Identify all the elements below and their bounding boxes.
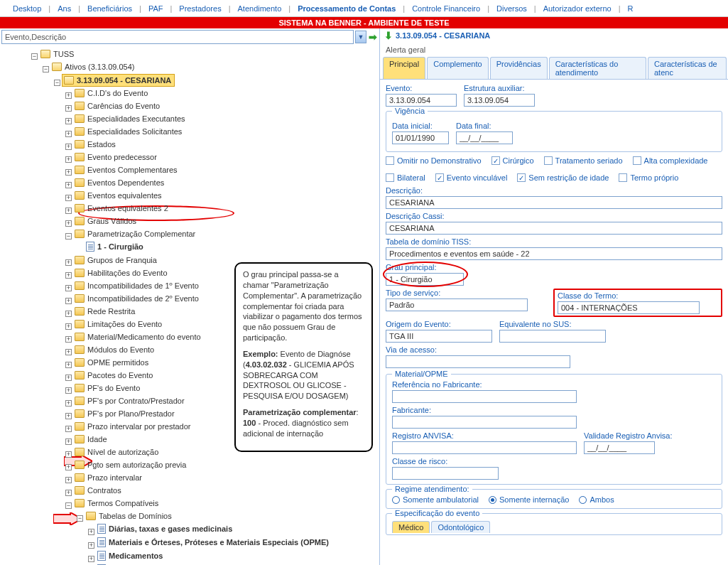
tree-item[interactable]: Carências do Evento: [86, 100, 161, 112]
expander-icon[interactable]: −: [54, 80, 60, 86]
menu-prestadores[interactable]: Prestadores: [173, 1, 227, 16]
tree-item[interactable]: Estados: [86, 139, 117, 150]
subtab-odonto[interactable]: Odontológico: [431, 521, 490, 533]
tree-item[interactable]: Eventos equivalentes 2: [86, 203, 170, 214]
expander-icon[interactable]: −: [65, 233, 72, 240]
menu-controle-financeiro[interactable]: Controle Financeiro: [406, 1, 486, 16]
tree-item[interactable]: Tabelas de Domínios: [97, 510, 173, 522]
tree-item[interactable]: Especialidades Solicitantes: [86, 126, 183, 137]
checkbox-sem-restri-o-de-idade[interactable]: ✓Sem restrição de idade: [517, 173, 609, 182]
radio-regime-0[interactable]: Somente ambulatorial: [392, 495, 479, 504]
tree-item[interactable]: Prazo intervalar por prestador: [86, 421, 192, 432]
classe-input[interactable]: [558, 301, 700, 314]
tree-item[interactable]: Materiais e Órteses, Próteses e Materiai…: [107, 537, 330, 548]
expander-icon[interactable]: +: [65, 426, 72, 432]
checkbox-cir-rgico[interactable]: ✓Cirúrgico: [491, 156, 534, 165]
tree-view[interactable]: O grau principal passa-se a chamar "Para…: [0, 45, 379, 565]
menu-diversos[interactable]: Diversos: [491, 1, 533, 16]
radio-regime-2[interactable]: Ambos: [579, 495, 614, 504]
nav-right-icon[interactable]: ➡: [368, 30, 378, 44]
expander-icon[interactable]: +: [65, 336, 72, 343]
expander-icon[interactable]: +: [65, 362, 72, 368]
tab-principal[interactable]: Principal: [383, 57, 425, 79]
checkbox-termo-pr-prio[interactable]: Termo próprio: [619, 173, 678, 182]
menu-r[interactable]: R: [622, 1, 639, 16]
tree-ativos[interactable]: Ativos (3.13.09.054): [63, 61, 136, 72]
tab-caracteristicas[interactable]: Características do atendimento: [549, 57, 646, 79]
expander-icon[interactable]: −: [65, 502, 72, 509]
evento-input[interactable]: [386, 94, 457, 107]
fab-input[interactable]: [392, 416, 577, 429]
expander-icon[interactable]: −: [43, 66, 49, 72]
tree-item[interactable]: C.I.D's do Evento: [86, 87, 149, 99]
tree-item[interactable]: Rede Restrita: [86, 306, 136, 317]
data-final-input[interactable]: [456, 131, 513, 144]
expander-icon[interactable]: +: [65, 311, 72, 317]
tabela-tiss-value[interactable]: Procedimentos e eventos em saúde - 22: [386, 247, 722, 260]
tree-item[interactable]: Diárias, taxas e gases medicinais: [107, 523, 234, 534]
expander-icon[interactable]: +: [65, 118, 72, 124]
checkbox-alta-complexidade[interactable]: Alta complexidade: [633, 156, 708, 165]
tree-item[interactable]: OPME permitidos: [86, 357, 150, 368]
tree-item[interactable]: 1 - Cirurgião: [96, 241, 145, 252]
tree-item[interactable]: Idade: [86, 434, 109, 445]
tree-item[interactable]: Nível de autorização: [86, 446, 160, 458]
checkbox-bilateral[interactable]: Bilateral: [386, 173, 425, 182]
tree-item[interactable]: Especialidades Executantes: [86, 113, 187, 124]
tree-item[interactable]: Medicamentos: [107, 550, 164, 561]
menu-beneficiarios[interactable]: Beneficiários: [82, 1, 138, 16]
expander-icon[interactable]: +: [65, 285, 72, 291]
tree-tuss[interactable]: TUSS: [52, 48, 75, 60]
tree-item[interactable]: Termos Compatíveis: [86, 497, 160, 509]
expander-icon[interactable]: +: [65, 477, 72, 483]
descricao-input[interactable]: [386, 196, 722, 209]
expander-icon[interactable]: +: [65, 413, 72, 419]
expander-icon[interactable]: +: [65, 169, 72, 176]
estrutura-input[interactable]: [464, 94, 535, 107]
tree-item[interactable]: Habilitações do Evento: [86, 267, 169, 279]
expander-icon[interactable]: +: [65, 490, 72, 496]
tree-item[interactable]: Prazo intervalar: [86, 472, 143, 483]
origem-input[interactable]: [386, 330, 492, 343]
menu-paf[interactable]: PAF: [143, 1, 169, 16]
data-inicial-input[interactable]: [392, 131, 449, 144]
tree-item[interactable]: Grupos de Franquia: [86, 254, 158, 266]
expander-icon[interactable]: −: [77, 515, 83, 522]
expander-icon[interactable]: +: [88, 556, 94, 562]
expander-icon[interactable]: +: [65, 144, 72, 150]
tree-item[interactable]: Pgto sem autorização previa: [86, 459, 188, 470]
ref-fab-input[interactable]: [392, 390, 577, 403]
expander-icon[interactable]: +: [65, 349, 72, 355]
expander-icon[interactable]: +: [65, 220, 72, 227]
tab-providencias[interactable]: Providências: [490, 57, 548, 79]
expander-icon[interactable]: +: [88, 529, 94, 535]
tree-item[interactable]: Contratos: [86, 485, 123, 496]
tree-item[interactable]: Pacotes do Evento: [86, 370, 154, 381]
tab-complemento[interactable]: Complemento: [427, 57, 488, 79]
tree-item[interactable]: Evento predecessor: [86, 151, 158, 163]
checkbox-omitir-no-demonstrativo[interactable]: Omitir no Demonstrativo: [386, 156, 482, 165]
grau-input[interactable]: [386, 273, 464, 286]
expander-icon[interactable]: +: [65, 438, 72, 445]
tree-item[interactable]: Incompatibilidades de 1º Evento: [86, 280, 200, 291]
tree-item[interactable]: Material/Medicamento do evento: [86, 331, 202, 343]
descricao-cassi-input[interactable]: [386, 222, 722, 235]
val-anvisa-input[interactable]: [584, 441, 655, 454]
tipo-input[interactable]: [386, 298, 528, 311]
equiv-input[interactable]: [499, 330, 606, 343]
expander-icon[interactable]: +: [65, 105, 72, 112]
expander-icon[interactable]: +: [65, 464, 72, 470]
expander-icon[interactable]: +: [65, 298, 72, 304]
tree-selected[interactable]: 3.13.09.054 - CESARIANA: [75, 75, 173, 86]
checkbox-tratamento-seriado[interactable]: Tratamento seriado: [544, 156, 623, 165]
menu-ans[interactable]: Ans: [52, 1, 77, 16]
tree-item[interactable]: Parametrização Complementar: [86, 228, 197, 240]
tree-item[interactable]: Incompatibilidades de 2º Evento: [86, 293, 200, 304]
expander-icon[interactable]: +: [88, 542, 94, 549]
expander-icon[interactable]: +: [65, 208, 72, 214]
combo-dropdown-button[interactable]: ▼: [355, 31, 366, 43]
tree-item[interactable]: Graus Válidos: [86, 215, 138, 227]
menu-processamento[interactable]: Processamento de Contas: [292, 1, 401, 16]
menu-autorizador[interactable]: Autorizador externo: [538, 1, 617, 16]
subtab-medico[interactable]: Médico: [392, 521, 430, 533]
